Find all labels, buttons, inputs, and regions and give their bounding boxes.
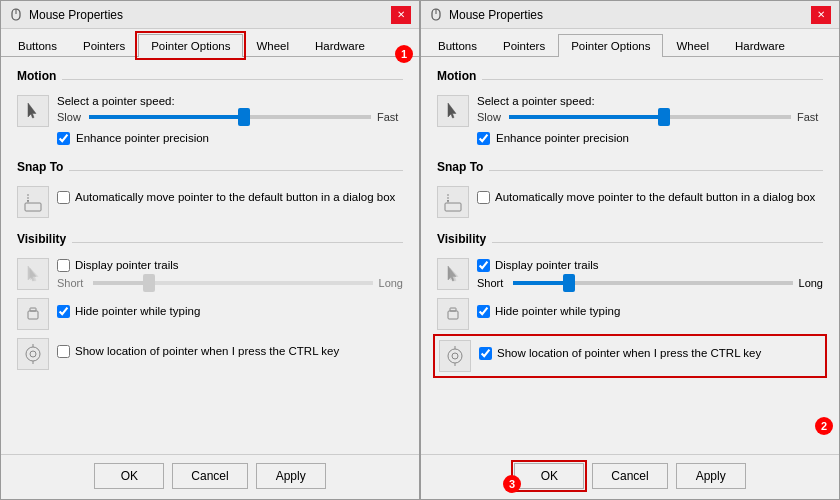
apply-button-right[interactable]: Apply xyxy=(676,463,746,489)
slow-label-left: Slow xyxy=(57,111,83,123)
vis-title-left: Visibility xyxy=(17,232,66,246)
trails-slider-left xyxy=(93,281,373,285)
snap-checkbox-left[interactable] xyxy=(57,191,70,204)
tab-buttons-left[interactable]: Buttons xyxy=(5,34,70,57)
hide-pointer-row-left: Hide pointer while typing xyxy=(17,298,403,330)
apply-button-left[interactable]: Apply xyxy=(256,463,326,489)
motion-title-right: Motion xyxy=(437,69,476,83)
svg-point-5 xyxy=(26,347,40,361)
tab-buttons-right[interactable]: Buttons xyxy=(425,34,490,57)
hide-pointer-checkbox-right[interactable] xyxy=(477,305,490,318)
show-location-icon-left xyxy=(17,338,49,370)
snap-label-left: Automatically move pointer to the defaul… xyxy=(75,190,395,205)
hide-pointer-icon-left xyxy=(17,298,49,330)
content-left: Motion Select a pointer speed: Slow Fa xyxy=(1,57,419,454)
svg-rect-4 xyxy=(30,308,36,311)
trails-icon-right xyxy=(437,258,469,290)
ok-button-left[interactable]: OK xyxy=(94,463,164,489)
badge-2: 2 xyxy=(815,417,833,435)
left-dialog: Mouse Properties ✕ 1 Buttons Pointers Po… xyxy=(0,0,420,500)
speed-label-right: Select a pointer speed: xyxy=(477,95,823,107)
show-location-row-left: Show location of pointer when I press th… xyxy=(17,338,403,370)
svg-rect-3 xyxy=(28,311,38,319)
hide-pointer-checkbox-left[interactable] xyxy=(57,305,70,318)
slow-label-right: Slow xyxy=(477,111,503,123)
mouse-icon xyxy=(9,8,23,22)
footer-right: OK Cancel Apply 3 xyxy=(421,454,839,499)
show-location-checkbox-left[interactable] xyxy=(57,345,70,358)
snap-icon-left xyxy=(17,186,49,218)
short-label-right: Short xyxy=(477,277,507,289)
visibility-section-right: Visibility Display pointer trails xyxy=(437,232,823,374)
long-label-right: Long xyxy=(799,277,823,289)
cancel-button-left[interactable]: Cancel xyxy=(172,463,247,489)
right-dialog: Mouse Properties ✕ Buttons Pointers Poin… xyxy=(420,0,840,500)
tabs-right: Buttons Pointers Pointer Options Wheel H… xyxy=(421,29,839,57)
hide-pointer-label-left: Hide pointer while typing xyxy=(75,304,200,319)
snap-section-left: Snap To Automatically move pointer to th… xyxy=(17,160,403,218)
close-button-right[interactable]: ✕ xyxy=(811,6,831,24)
trails-checkbox-left[interactable] xyxy=(57,259,70,272)
enhance-precision-checkbox-right[interactable] xyxy=(477,132,490,145)
short-label-left: Short xyxy=(57,277,87,289)
title-right: Mouse Properties xyxy=(449,8,543,22)
vis-title-right: Visibility xyxy=(437,232,486,246)
snap-checkbox-right[interactable] xyxy=(477,191,490,204)
tab-wheel-right[interactable]: Wheel xyxy=(663,34,722,57)
trails-slider-right[interactable] xyxy=(513,281,793,285)
svg-rect-11 xyxy=(445,203,461,211)
badge-1: 1 xyxy=(395,45,413,63)
content-right: Motion Select a pointer speed: Slow Fa xyxy=(421,57,839,454)
snap-icon-right xyxy=(437,186,469,218)
svg-rect-2 xyxy=(25,203,41,211)
speed-label-left: Select a pointer speed: xyxy=(57,95,403,107)
show-location-label-right: Show location of pointer when I press th… xyxy=(497,346,761,361)
svg-point-14 xyxy=(448,349,462,363)
mouse-icon-right xyxy=(429,8,443,22)
cancel-button-right[interactable]: Cancel xyxy=(592,463,667,489)
trails-label-right: Display pointer trails xyxy=(495,258,599,273)
ok-button-right[interactable]: OK xyxy=(514,463,584,489)
trails-checkbox-right[interactable] xyxy=(477,259,490,272)
long-label-left: Long xyxy=(379,277,403,289)
fast-label-left: Fast xyxy=(377,111,403,123)
svg-point-6 xyxy=(30,351,36,357)
snap-title-right: Snap To xyxy=(437,160,483,174)
motion-section-left: Motion Select a pointer speed: Slow Fa xyxy=(17,69,403,146)
tab-pointers-right[interactable]: Pointers xyxy=(490,34,558,57)
tab-pointer-options-left[interactable]: Pointer Options xyxy=(138,34,243,57)
footer-left: OK Cancel Apply xyxy=(1,454,419,499)
hide-pointer-label-right: Hide pointer while typing xyxy=(495,304,620,319)
tab-hardware-left[interactable]: Hardware xyxy=(302,34,378,57)
enhance-precision-checkbox-left[interactable] xyxy=(57,132,70,145)
enhance-precision-label-left: Enhance pointer precision xyxy=(76,131,209,146)
title-left: Mouse Properties xyxy=(29,8,123,22)
show-location-row-right: Show location of pointer when I press th… xyxy=(437,338,823,374)
title-bar-right: Mouse Properties ✕ xyxy=(421,1,839,29)
enhance-precision-label-right: Enhance pointer precision xyxy=(496,131,629,146)
visibility-section-left: Visibility Display pointer trails xyxy=(17,232,403,370)
tab-hardware-right[interactable]: Hardware xyxy=(722,34,798,57)
speed-slider-left[interactable] xyxy=(89,115,371,119)
trails-row-right: Display pointer trails Short Long xyxy=(437,258,823,290)
trails-icon-left xyxy=(17,258,49,290)
hide-pointer-row-right: Hide pointer while typing xyxy=(437,298,823,330)
snap-section-right: Snap To Automatically move pointer to th… xyxy=(437,160,823,218)
fast-label-right: Fast xyxy=(797,111,823,123)
hide-pointer-icon-right xyxy=(437,298,469,330)
tab-pointers-left[interactable]: Pointers xyxy=(70,34,138,57)
tab-wheel-left[interactable]: Wheel xyxy=(243,34,302,57)
speed-slider-right[interactable] xyxy=(509,115,791,119)
motion-icon-right xyxy=(437,95,469,127)
svg-rect-12 xyxy=(448,311,458,319)
close-button-left[interactable]: ✕ xyxy=(391,6,411,24)
motion-section-right: Motion Select a pointer speed: Slow Fa xyxy=(437,69,823,146)
title-bar-left: Mouse Properties ✕ xyxy=(1,1,419,29)
svg-point-15 xyxy=(452,353,458,359)
tab-pointer-options-right[interactable]: Pointer Options xyxy=(558,34,663,57)
snap-title-left: Snap To xyxy=(17,160,63,174)
badge-3: 3 xyxy=(503,475,521,493)
show-location-checkbox-right[interactable] xyxy=(479,347,492,360)
motion-title-left: Motion xyxy=(17,69,56,83)
show-location-icon-right xyxy=(439,340,471,372)
